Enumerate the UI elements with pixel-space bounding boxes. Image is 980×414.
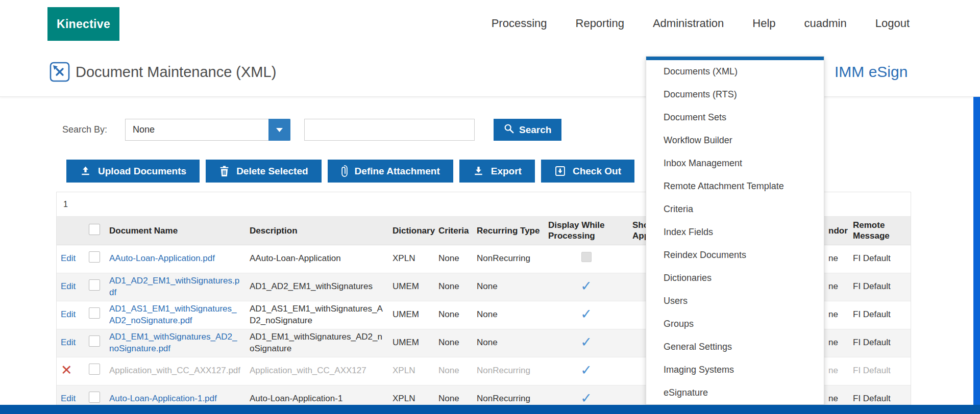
cell-action: Edit <box>57 245 85 273</box>
menu-item-users[interactable]: Users <box>646 290 824 313</box>
menu-item-index-fields[interactable]: Index Fields <box>646 221 824 244</box>
checked-checkbox-icon[interactable]: ✓ <box>580 363 592 378</box>
row-checkbox[interactable] <box>89 279 100 291</box>
row-checkbox[interactable] <box>89 335 100 347</box>
document-maintenance-icon <box>48 61 71 83</box>
menu-item-documents-rts[interactable]: Documents (RTS) <box>646 83 824 106</box>
document-link[interactable]: AD1_EM1_withSignatures_AD2_noSignature.p… <box>109 332 237 353</box>
cell-criteria: None <box>434 301 473 329</box>
cell-display-while-processing <box>544 245 628 273</box>
search-button-label: Search <box>519 124 551 136</box>
menu-item-criteria[interactable]: Criteria <box>646 198 824 221</box>
header-display-while-processing: Display While Processing <box>544 217 628 245</box>
menu-item-general-settings[interactable]: General Settings <box>646 335 824 358</box>
nav-items: ProcessingReportingAdministrationHelpcua… <box>492 0 910 47</box>
menu-item-esignature[interactable]: eSignature <box>646 381 824 404</box>
checked-checkbox-icon[interactable]: ✓ <box>580 306 592 322</box>
cell-document-name: AAuto-Loan-Application.pdf <box>105 245 246 273</box>
upload-documents-button[interactable]: Upload Documents <box>66 160 200 183</box>
document-link[interactable]: AAuto-Loan-Application.pdf <box>109 253 215 263</box>
page-title: Document Maintenance (XML) <box>76 47 276 97</box>
row-checkbox[interactable] <box>89 392 100 403</box>
nav-item-administration[interactable]: Administration <box>653 17 724 30</box>
cell-description: Application_with_CC_AXX127 <box>246 357 388 385</box>
nav-item-logout[interactable]: Logout <box>875 17 910 30</box>
document-link[interactable]: AD1_AS1_EM1_withSignatures_AD2_noSignatu… <box>109 304 236 325</box>
row-checkbox[interactable] <box>89 364 100 375</box>
cell-recurring-type: None <box>473 301 544 329</box>
export-button[interactable]: Export <box>459 160 535 183</box>
cell-select <box>85 329 105 357</box>
cell-remote-message: FI Default <box>849 301 911 329</box>
cell-dictionary: XPLN <box>388 357 434 385</box>
cell-vendor-truncated: ne <box>824 301 849 329</box>
cell-document-name: AD1_EM1_withSignatures_AD2_noSignature.p… <box>105 329 246 357</box>
product-name: IMM eSign <box>835 47 908 97</box>
menu-item-documents-xml[interactable]: Documents (XML) <box>646 60 824 83</box>
menu-item-inbox-management[interactable]: Inbox Management <box>646 152 824 175</box>
row-checkbox[interactable] <box>89 251 100 263</box>
button-label: Check Out <box>573 166 621 177</box>
cell-document-name: AD1_AD2_EM1_withSignatures.pdf <box>105 273 246 301</box>
cell-criteria: None <box>434 329 473 357</box>
delete-x-icon[interactable]: ✕ <box>61 363 72 378</box>
selected-option: None <box>126 119 290 140</box>
select-all-checkbox[interactable] <box>89 224 100 235</box>
menu-item-workflow-builder[interactable]: Workflow Builder <box>646 129 824 152</box>
cell-select <box>85 357 105 385</box>
cell-criteria: None <box>434 245 473 273</box>
search-icon <box>504 123 514 136</box>
document-link[interactable]: AD1_AD2_EM1_withSignatures.pdf <box>109 276 239 297</box>
admin-menu-items: Documents (XML)Documents (RTS)Document S… <box>646 60 824 404</box>
bottom-bar <box>0 405 980 414</box>
menu-item-remote-attachment-template[interactable]: Remote Attachment Template <box>646 175 824 198</box>
delete-selected-button[interactable]: Delete Selected <box>206 160 321 183</box>
upload-icon <box>80 165 91 177</box>
edit-link[interactable]: Edit <box>61 253 76 263</box>
menu-item-dictionaries[interactable]: Dictionaries <box>646 267 824 290</box>
cell-description: AD1_EM1_withSignatures_AD2_noSignature <box>246 329 388 357</box>
edit-link[interactable]: Edit <box>61 281 76 291</box>
checked-checkbox-icon[interactable]: ✓ <box>580 278 592 294</box>
cell-criteria: None <box>434 357 473 385</box>
cell-display-while-processing: ✓ <box>544 273 628 301</box>
unchecked-checkbox[interactable] <box>581 252 592 262</box>
select-dropdown-button[interactable] <box>268 119 290 141</box>
checked-checkbox-icon[interactable]: ✓ <box>580 334 592 350</box>
cell-action: ✕ <box>57 357 85 385</box>
edit-link[interactable]: Edit <box>61 394 76 403</box>
menu-item-groups[interactable]: Groups <box>646 313 824 335</box>
define-attachment-button[interactable]: Define Attachment <box>328 160 453 183</box>
nav-item-reporting[interactable]: Reporting <box>576 17 624 30</box>
page-number[interactable]: 1 <box>63 200 68 209</box>
menu-item-reindex-documents[interactable]: Reindex Documents <box>646 244 824 267</box>
toolbar: Upload DocumentsDelete SelectedDefine At… <box>66 160 634 183</box>
cell-display-while-processing: ✓ <box>544 329 628 357</box>
edit-link[interactable]: Edit <box>61 309 76 319</box>
button-label: Upload Documents <box>98 166 186 177</box>
row-checkbox[interactable] <box>89 307 100 319</box>
cell-dictionary: UMEM <box>388 301 434 329</box>
header-dictionary: Dictionary <box>388 217 434 245</box>
kinective-logo[interactable]: Kinective <box>47 7 119 41</box>
nav-item-help[interactable]: Help <box>752 17 775 30</box>
header-remote-message: Remote Message <box>849 217 911 245</box>
cell-action: Edit <box>57 301 85 329</box>
header-criteria: Criteria <box>434 217 473 245</box>
edit-link[interactable]: Edit <box>61 338 76 347</box>
checked-checkbox-icon[interactable]: ✓ <box>580 391 592 406</box>
search-input[interactable] <box>304 119 475 141</box>
check-out-button[interactable]: Check Out <box>541 160 634 183</box>
search-button[interactable]: Search <box>494 119 561 141</box>
search-by-select[interactable]: None <box>125 119 290 141</box>
cell-remote-message: FI Default <box>849 273 911 301</box>
document-link[interactable]: Auto-Loan-Application-1.pdf <box>109 394 217 403</box>
scrollbar[interactable] <box>973 97 980 414</box>
nav-item-processing[interactable]: Processing <box>492 17 547 30</box>
cell-select <box>85 273 105 301</box>
cell-vendor-truncated: ne <box>824 329 849 357</box>
nav-item-cuadmin[interactable]: cuadmin <box>804 17 847 30</box>
cell-vendor-truncated: ne <box>824 273 849 301</box>
menu-item-document-sets[interactable]: Document Sets <box>646 106 824 129</box>
menu-item-imaging-systems[interactable]: Imaging Systems <box>646 358 824 381</box>
